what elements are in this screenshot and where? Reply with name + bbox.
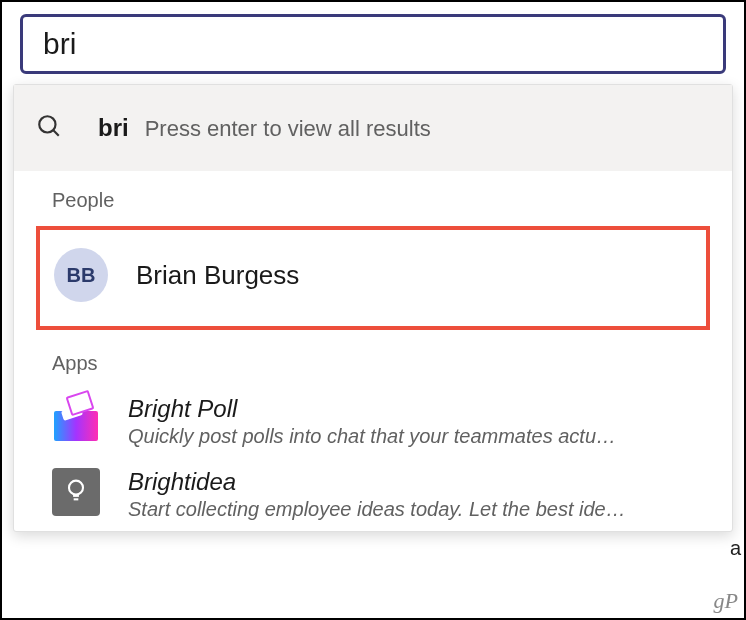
svg-point-0 [39, 116, 55, 132]
query-echo: bri [98, 114, 129, 142]
app-description: Start collecting employee ideas today. L… [128, 498, 626, 521]
app-result-row[interactable]: Bright Poll Quickly post polls into chat… [14, 385, 732, 458]
search-bar[interactable] [20, 14, 726, 74]
app-result-row[interactable]: Brightidea Start collecting employee ide… [14, 458, 732, 531]
apps-section-header: Apps [14, 334, 732, 385]
svg-point-2 [69, 481, 83, 495]
people-result-row[interactable]: BB Brian Burgess [36, 226, 710, 330]
search-input[interactable] [43, 27, 703, 61]
watermark: gP [714, 588, 738, 614]
avatar: BB [54, 248, 108, 302]
app-name: Bright Poll [128, 395, 616, 423]
press-enter-hint: Press enter to view all results [145, 116, 431, 142]
view-all-results-row[interactable]: bri Press enter to view all results [14, 85, 732, 171]
background-text-fragment: a [730, 537, 741, 560]
brightpoll-icon [52, 395, 100, 443]
person-name: Brian Burgess [136, 260, 299, 291]
app-description: Quickly post polls into chat that your t… [128, 425, 616, 448]
search-dropdown: bri Press enter to view all results Peop… [13, 84, 733, 532]
avatar-initials: BB [67, 264, 96, 287]
brightidea-icon [52, 468, 100, 516]
people-section-header: People [14, 171, 732, 222]
search-icon [36, 113, 62, 143]
app-name: Brightidea [128, 468, 626, 496]
svg-line-1 [53, 130, 58, 135]
